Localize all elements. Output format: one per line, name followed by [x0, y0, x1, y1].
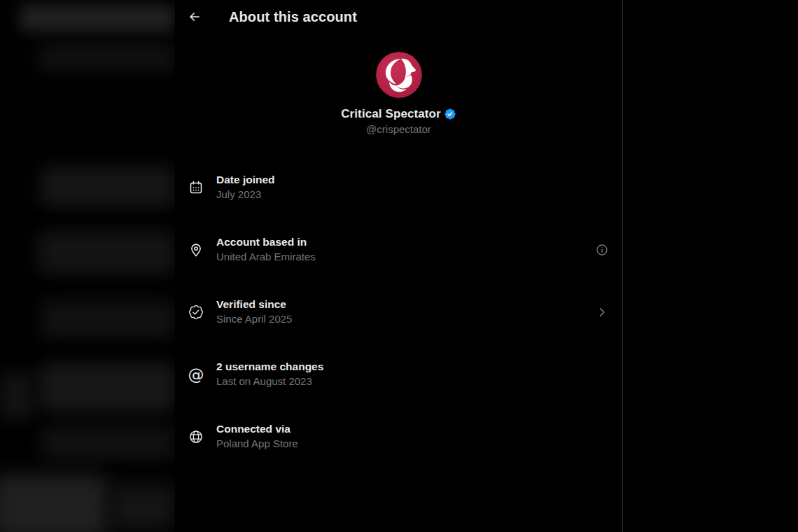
chevron-right-icon [594, 304, 610, 320]
blurred-content-blob [111, 484, 175, 529]
detail-value: Poland App Store [216, 437, 610, 451]
blurred-content-blob [41, 300, 175, 338]
location-pin-icon [188, 241, 204, 258]
calendar-icon [188, 179, 204, 196]
profile-summary: Critical Spectator @crispectator [175, 52, 622, 135]
back-button[interactable] [183, 5, 206, 29]
blurred-content-blob [41, 426, 175, 461]
detail-label: Connected via [216, 422, 610, 436]
detail-value: Since April 2025 [216, 312, 594, 326]
blurred-content-blob [38, 231, 175, 274]
back-arrow-icon [188, 10, 202, 24]
info-icon[interactable] [594, 242, 610, 258]
detail-label: Date joined [216, 173, 610, 187]
avatar [376, 52, 422, 98]
blurred-content-blob [38, 363, 175, 413]
detail-label: Account based in [216, 235, 594, 249]
display-name: Critical Spectator [341, 107, 441, 121]
verified-badge-outline-icon [188, 304, 204, 321]
modal-header: About this account [175, 0, 622, 34]
account-detail-row: Connected via Poland App Store [175, 405, 622, 468]
blurred-background [0, 0, 175, 532]
account-detail-row: Date joined July 2023 [175, 156, 622, 218]
display-name-row: Critical Spectator [175, 107, 622, 121]
verified-badge-icon [444, 108, 456, 120]
detail-label: Verified since [216, 298, 594, 312]
page-title: About this account [229, 9, 357, 25]
right-background [623, 0, 798, 532]
screen: About this account [0, 0, 798, 532]
detail-value: July 2023 [216, 188, 610, 202]
at-sign-icon: @ [188, 366, 204, 383]
detail-value: Last on August 2023 [216, 374, 610, 388]
lion-logo-icon [376, 52, 422, 98]
blurred-content-blob [0, 372, 34, 420]
blurred-content-blob [20, 4, 175, 32]
about-account-panel: About this account [175, 0, 623, 532]
blurred-content-blob [38, 43, 175, 71]
blurred-content-blob [41, 167, 175, 207]
svg-text:@: @ [188, 366, 204, 383]
detail-label: 2 username changes [216, 360, 610, 374]
blurred-content-blob [0, 475, 108, 532]
detail-value: United Arab Emirates [216, 250, 594, 264]
account-detail-row[interactable]: Verified since Since April 2025 [175, 281, 622, 343]
globe-icon [188, 428, 204, 445]
account-details-list: Date joined July 2023 Account based in U… [175, 156, 622, 468]
account-handle: @crispectator [175, 123, 622, 135]
account-detail-row: Account based in United Arab Emirates [175, 218, 622, 281]
account-detail-row: @ 2 username changes Last on August 2023 [175, 343, 622, 405]
